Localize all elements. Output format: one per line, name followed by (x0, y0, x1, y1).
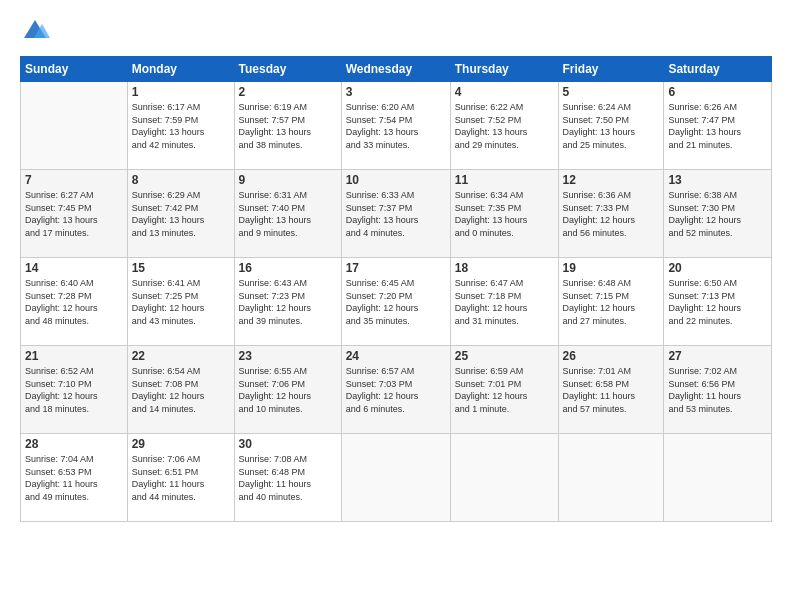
day-number: 4 (455, 85, 554, 99)
header (20, 16, 772, 46)
day-info: Sunrise: 6:26 AM Sunset: 7:47 PM Dayligh… (668, 101, 767, 151)
calendar-cell: 15Sunrise: 6:41 AM Sunset: 7:25 PM Dayli… (127, 258, 234, 346)
day-info: Sunrise: 6:31 AM Sunset: 7:40 PM Dayligh… (239, 189, 337, 239)
day-number: 24 (346, 349, 446, 363)
calendar-cell: 3Sunrise: 6:20 AM Sunset: 7:54 PM Daylig… (341, 82, 450, 170)
calendar-cell: 10Sunrise: 6:33 AM Sunset: 7:37 PM Dayli… (341, 170, 450, 258)
day-number: 17 (346, 261, 446, 275)
calendar-cell: 23Sunrise: 6:55 AM Sunset: 7:06 PM Dayli… (234, 346, 341, 434)
calendar-cell: 21Sunrise: 6:52 AM Sunset: 7:10 PM Dayli… (21, 346, 128, 434)
logo-icon (20, 16, 50, 46)
calendar-cell: 13Sunrise: 6:38 AM Sunset: 7:30 PM Dayli… (664, 170, 772, 258)
day-info: Sunrise: 6:33 AM Sunset: 7:37 PM Dayligh… (346, 189, 446, 239)
calendar-cell: 5Sunrise: 6:24 AM Sunset: 7:50 PM Daylig… (558, 82, 664, 170)
calendar-cell: 29Sunrise: 7:06 AM Sunset: 6:51 PM Dayli… (127, 434, 234, 522)
day-number: 9 (239, 173, 337, 187)
calendar-cell: 9Sunrise: 6:31 AM Sunset: 7:40 PM Daylig… (234, 170, 341, 258)
day-info: Sunrise: 6:45 AM Sunset: 7:20 PM Dayligh… (346, 277, 446, 327)
weekday-header-friday: Friday (558, 57, 664, 82)
day-info: Sunrise: 6:24 AM Sunset: 7:50 PM Dayligh… (563, 101, 660, 151)
day-number: 1 (132, 85, 230, 99)
calendar-cell: 4Sunrise: 6:22 AM Sunset: 7:52 PM Daylig… (450, 82, 558, 170)
day-number: 18 (455, 261, 554, 275)
day-info: Sunrise: 6:27 AM Sunset: 7:45 PM Dayligh… (25, 189, 123, 239)
calendar-cell: 18Sunrise: 6:47 AM Sunset: 7:18 PM Dayli… (450, 258, 558, 346)
day-info: Sunrise: 6:57 AM Sunset: 7:03 PM Dayligh… (346, 365, 446, 415)
day-number: 13 (668, 173, 767, 187)
day-number: 21 (25, 349, 123, 363)
calendar-cell: 6Sunrise: 6:26 AM Sunset: 7:47 PM Daylig… (664, 82, 772, 170)
calendar-cell: 2Sunrise: 6:19 AM Sunset: 7:57 PM Daylig… (234, 82, 341, 170)
calendar-cell: 25Sunrise: 6:59 AM Sunset: 7:01 PM Dayli… (450, 346, 558, 434)
day-info: Sunrise: 6:22 AM Sunset: 7:52 PM Dayligh… (455, 101, 554, 151)
calendar-cell (341, 434, 450, 522)
day-info: Sunrise: 6:17 AM Sunset: 7:59 PM Dayligh… (132, 101, 230, 151)
day-number: 25 (455, 349, 554, 363)
calendar-cell: 26Sunrise: 7:01 AM Sunset: 6:58 PM Dayli… (558, 346, 664, 434)
day-number: 8 (132, 173, 230, 187)
day-info: Sunrise: 6:40 AM Sunset: 7:28 PM Dayligh… (25, 277, 123, 327)
day-info: Sunrise: 6:20 AM Sunset: 7:54 PM Dayligh… (346, 101, 446, 151)
day-info: Sunrise: 6:54 AM Sunset: 7:08 PM Dayligh… (132, 365, 230, 415)
day-number: 2 (239, 85, 337, 99)
calendar-cell: 24Sunrise: 6:57 AM Sunset: 7:03 PM Dayli… (341, 346, 450, 434)
day-info: Sunrise: 6:34 AM Sunset: 7:35 PM Dayligh… (455, 189, 554, 239)
day-number: 11 (455, 173, 554, 187)
logo (20, 16, 54, 46)
calendar-cell: 7Sunrise: 6:27 AM Sunset: 7:45 PM Daylig… (21, 170, 128, 258)
weekday-header-row: SundayMondayTuesdayWednesdayThursdayFrid… (21, 57, 772, 82)
day-number: 29 (132, 437, 230, 451)
day-info: Sunrise: 7:08 AM Sunset: 6:48 PM Dayligh… (239, 453, 337, 503)
day-info: Sunrise: 6:50 AM Sunset: 7:13 PM Dayligh… (668, 277, 767, 327)
calendar-cell: 16Sunrise: 6:43 AM Sunset: 7:23 PM Dayli… (234, 258, 341, 346)
day-number: 20 (668, 261, 767, 275)
day-number: 30 (239, 437, 337, 451)
day-info: Sunrise: 7:04 AM Sunset: 6:53 PM Dayligh… (25, 453, 123, 503)
day-number: 6 (668, 85, 767, 99)
calendar-cell: 20Sunrise: 6:50 AM Sunset: 7:13 PM Dayli… (664, 258, 772, 346)
day-number: 23 (239, 349, 337, 363)
day-info: Sunrise: 7:01 AM Sunset: 6:58 PM Dayligh… (563, 365, 660, 415)
weekday-header-wednesday: Wednesday (341, 57, 450, 82)
weekday-header-sunday: Sunday (21, 57, 128, 82)
weekday-header-monday: Monday (127, 57, 234, 82)
calendar-cell: 28Sunrise: 7:04 AM Sunset: 6:53 PM Dayli… (21, 434, 128, 522)
day-info: Sunrise: 6:43 AM Sunset: 7:23 PM Dayligh… (239, 277, 337, 327)
calendar-cell: 14Sunrise: 6:40 AM Sunset: 7:28 PM Dayli… (21, 258, 128, 346)
day-info: Sunrise: 6:41 AM Sunset: 7:25 PM Dayligh… (132, 277, 230, 327)
day-info: Sunrise: 6:55 AM Sunset: 7:06 PM Dayligh… (239, 365, 337, 415)
calendar-cell (664, 434, 772, 522)
calendar-cell (558, 434, 664, 522)
day-info: Sunrise: 6:38 AM Sunset: 7:30 PM Dayligh… (668, 189, 767, 239)
day-info: Sunrise: 6:19 AM Sunset: 7:57 PM Dayligh… (239, 101, 337, 151)
calendar-cell: 17Sunrise: 6:45 AM Sunset: 7:20 PM Dayli… (341, 258, 450, 346)
day-number: 22 (132, 349, 230, 363)
day-number: 16 (239, 261, 337, 275)
calendar-cell: 11Sunrise: 6:34 AM Sunset: 7:35 PM Dayli… (450, 170, 558, 258)
calendar-cell: 19Sunrise: 6:48 AM Sunset: 7:15 PM Dayli… (558, 258, 664, 346)
week-row-5: 28Sunrise: 7:04 AM Sunset: 6:53 PM Dayli… (21, 434, 772, 522)
week-row-2: 7Sunrise: 6:27 AM Sunset: 7:45 PM Daylig… (21, 170, 772, 258)
day-info: Sunrise: 6:48 AM Sunset: 7:15 PM Dayligh… (563, 277, 660, 327)
week-row-4: 21Sunrise: 6:52 AM Sunset: 7:10 PM Dayli… (21, 346, 772, 434)
calendar-cell: 12Sunrise: 6:36 AM Sunset: 7:33 PM Dayli… (558, 170, 664, 258)
week-row-1: 1Sunrise: 6:17 AM Sunset: 7:59 PM Daylig… (21, 82, 772, 170)
day-number: 27 (668, 349, 767, 363)
calendar-page: SundayMondayTuesdayWednesdayThursdayFrid… (0, 0, 792, 612)
calendar-cell: 22Sunrise: 6:54 AM Sunset: 7:08 PM Dayli… (127, 346, 234, 434)
calendar-cell: 1Sunrise: 6:17 AM Sunset: 7:59 PM Daylig… (127, 82, 234, 170)
day-info: Sunrise: 6:36 AM Sunset: 7:33 PM Dayligh… (563, 189, 660, 239)
day-info: Sunrise: 6:47 AM Sunset: 7:18 PM Dayligh… (455, 277, 554, 327)
calendar-table: SundayMondayTuesdayWednesdayThursdayFrid… (20, 56, 772, 522)
day-number: 12 (563, 173, 660, 187)
weekday-header-thursday: Thursday (450, 57, 558, 82)
day-info: Sunrise: 6:59 AM Sunset: 7:01 PM Dayligh… (455, 365, 554, 415)
day-info: Sunrise: 7:02 AM Sunset: 6:56 PM Dayligh… (668, 365, 767, 415)
day-number: 15 (132, 261, 230, 275)
weekday-header-saturday: Saturday (664, 57, 772, 82)
day-number: 3 (346, 85, 446, 99)
day-number: 28 (25, 437, 123, 451)
calendar-cell: 27Sunrise: 7:02 AM Sunset: 6:56 PM Dayli… (664, 346, 772, 434)
day-number: 5 (563, 85, 660, 99)
day-number: 7 (25, 173, 123, 187)
